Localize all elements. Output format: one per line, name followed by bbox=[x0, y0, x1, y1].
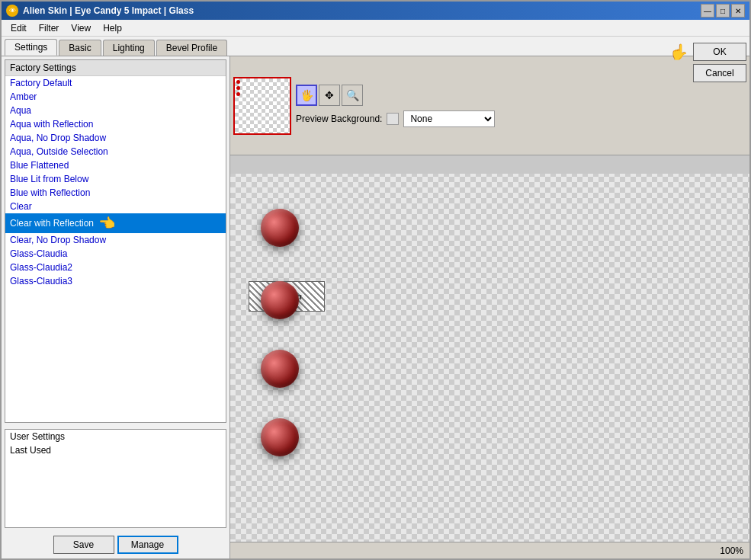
left-panel: Factory Settings Factory Default Amber A… bbox=[2, 56, 230, 558]
glass-orb-1 bbox=[261, 209, 299, 247]
preset-blue-lit-below[interactable]: Blue Lit from Below bbox=[5, 172, 226, 186]
status-bar: 100% bbox=[230, 542, 749, 558]
preset-amber[interactable]: Amber bbox=[5, 90, 226, 104]
zoom-level: 100% bbox=[720, 546, 743, 556]
menu-filter[interactable]: Filter bbox=[33, 21, 66, 35]
thumb-dot-3 bbox=[236, 92, 240, 96]
thumb-dot-2 bbox=[236, 86, 240, 90]
preset-aqua-no-drop[interactable]: Aqua, No Drop Shadow bbox=[5, 131, 226, 145]
preset-list-container: Factory Settings Factory Default Amber A… bbox=[5, 59, 226, 423]
preset-aqua-reflection[interactable]: Aqua with Reflection bbox=[5, 117, 226, 131]
glass-orb-4 bbox=[261, 418, 299, 456]
toolbar-icons: 🖐 ✥ 🔍 bbox=[296, 85, 495, 106]
preset-blue-reflection[interactable]: Blue with Reflection bbox=[5, 186, 226, 200]
move-tool-button[interactable]: ✥ bbox=[319, 85, 340, 106]
tab-settings[interactable]: Settings bbox=[5, 39, 57, 56]
preset-aqua[interactable]: Aqua bbox=[5, 104, 226, 117]
save-button[interactable]: Save bbox=[53, 536, 114, 554]
menu-edit[interactable]: Edit bbox=[5, 21, 33, 35]
tab-lighting[interactable]: Lighting bbox=[103, 40, 155, 56]
cursor-arrow-icon: 👈 bbox=[98, 215, 115, 232]
toolbar-controls: 🖐 ✥ 🔍 Preview Background: None White Bla… bbox=[296, 85, 495, 127]
menu-view[interactable]: View bbox=[65, 21, 97, 35]
tab-basic[interactable]: Basic bbox=[59, 40, 101, 56]
zoom-tool-button[interactable]: 🔍 bbox=[342, 85, 363, 106]
main-content: Factory Settings Factory Default Amber A… bbox=[2, 56, 749, 558]
last-used-item[interactable]: Last Used bbox=[5, 443, 226, 457]
manage-button[interactable]: Manage bbox=[117, 536, 178, 554]
preset-blue-flattened[interactable]: Blue Flattened bbox=[5, 158, 226, 172]
preset-glass-claudia[interactable]: Glass-Claudia bbox=[5, 247, 226, 261]
thumb-dot-1 bbox=[236, 80, 240, 84]
minimize-button[interactable]: — bbox=[701, 4, 714, 18]
right-panel: 🖐 ✥ 🔍 Preview Background: None White Bla… bbox=[230, 56, 749, 558]
preview-canvas: claudia bbox=[230, 155, 749, 542]
tabs-row: Settings Basic Lighting Bevel Profile bbox=[2, 37, 749, 56]
preview-bg-label: Preview Background: bbox=[296, 114, 382, 124]
preset-clear-no-drop[interactable]: Clear, No Drop Shadow bbox=[5, 233, 226, 247]
window-controls: — □ ✕ bbox=[701, 4, 745, 18]
app-icon: 👁 bbox=[6, 5, 18, 17]
bg-color-swatch bbox=[387, 113, 399, 125]
tab-bevel-profile[interactable]: Bevel Profile bbox=[156, 40, 227, 56]
preset-factory-default[interactable]: Factory Default bbox=[5, 76, 226, 90]
preview-bg-row: Preview Background: None White Black Che… bbox=[296, 110, 495, 127]
preview-bg-select[interactable]: None White Black Checkerboard bbox=[403, 110, 495, 127]
preset-clear-reflection[interactable]: Clear with Reflection 👈 bbox=[5, 213, 226, 233]
user-settings-item[interactable]: User Settings bbox=[5, 430, 226, 443]
window-title: Alien Skin | Eye Candy 5 Impact | Glass bbox=[23, 5, 194, 16]
preset-list-scroll[interactable]: Factory Default Amber Aqua Aqua with Ref… bbox=[5, 76, 226, 422]
preset-glass-claudia2[interactable]: Glass-Claudia2 bbox=[5, 261, 226, 274]
ok-button[interactable]: OK bbox=[693, 43, 746, 61]
preset-aqua-outside[interactable]: Aqua, Outside Selection bbox=[5, 145, 226, 158]
hand-tool-button[interactable]: 🖐 bbox=[296, 85, 317, 106]
preset-list-header: Factory Settings bbox=[5, 60, 226, 76]
thumbnail-preview bbox=[233, 77, 291, 135]
cancel-button[interactable]: Cancel bbox=[693, 64, 746, 82]
menu-bar: Edit Filter View Help bbox=[2, 20, 749, 37]
bottom-buttons: Save Manage bbox=[2, 531, 229, 558]
close-button[interactable]: ✕ bbox=[731, 4, 745, 18]
glass-orb-2 bbox=[261, 281, 299, 319]
user-settings-container: User Settings Last Used bbox=[5, 429, 226, 528]
title-bar-left: 👁 Alien Skin | Eye Candy 5 Impact | Glas… bbox=[6, 5, 194, 17]
menu-help[interactable]: Help bbox=[97, 21, 128, 35]
glass-orb-3 bbox=[261, 350, 299, 388]
thumb-dots bbox=[236, 80, 240, 96]
ok-row: 👆 OK bbox=[669, 43, 746, 61]
maximize-button[interactable]: □ bbox=[716, 4, 730, 18]
cursor-hand-icon: 👆 bbox=[669, 43, 688, 61]
preset-clear-reflection-label: Clear with Reflection bbox=[10, 218, 94, 229]
preview-header-band bbox=[230, 155, 749, 174]
title-bar: 👁 Alien Skin | Eye Candy 5 Impact | Glas… bbox=[2, 2, 749, 20]
main-window: 👁 Alien Skin | Eye Candy 5 Impact | Glas… bbox=[0, 0, 751, 560]
preset-clear[interactable]: Clear bbox=[5, 200, 226, 213]
preset-glass-claudia3[interactable]: Glass-Claudia3 bbox=[5, 274, 226, 288]
ok-cancel-area: 👆 OK Cancel bbox=[669, 43, 746, 82]
